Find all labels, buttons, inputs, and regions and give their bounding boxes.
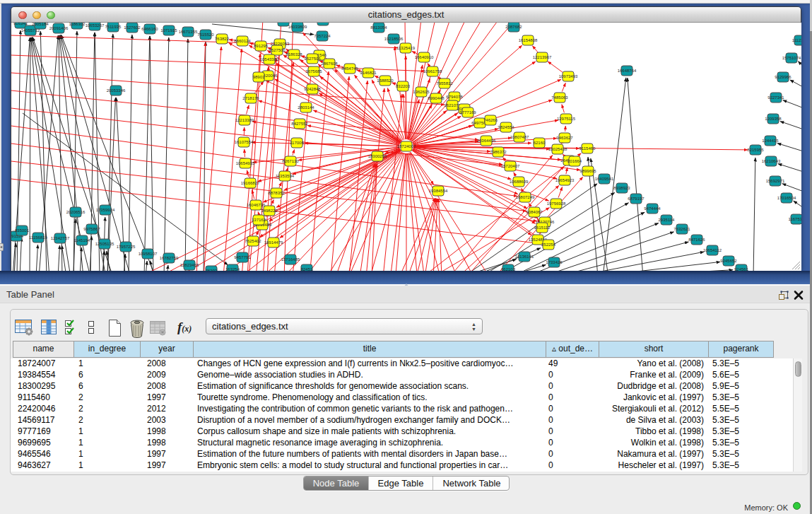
svg-text:9527505: 9527505 <box>304 57 321 61</box>
svg-text:15716485: 15716485 <box>281 257 300 262</box>
svg-text:17957225: 17957225 <box>117 245 136 249</box>
svg-text:18724007: 18724007 <box>397 144 416 148</box>
svg-text:10654935: 10654935 <box>236 161 255 165</box>
svg-text:137162: 137162 <box>252 218 266 222</box>
svg-text:1615112: 1615112 <box>534 226 551 230</box>
svg-text:15692971: 15692971 <box>766 179 785 183</box>
svg-text:16154808: 16154808 <box>519 38 538 42</box>
svg-text:16671355: 16671355 <box>179 30 198 34</box>
svg-text:916342: 916342 <box>13 23 28 25</box>
svg-text:8215955: 8215955 <box>747 148 764 152</box>
svg-text:2718176: 2718176 <box>242 96 259 100</box>
svg-text:9227341: 9227341 <box>767 95 784 100</box>
svg-text:15720407: 15720407 <box>501 164 520 168</box>
svg-text:16033809: 16033809 <box>288 25 307 29</box>
svg-text:9457791: 9457791 <box>234 255 251 259</box>
svg-text:15751074: 15751074 <box>782 56 801 60</box>
svg-text:835001: 835001 <box>15 228 30 233</box>
svg-text:8813054: 8813054 <box>370 25 387 30</box>
svg-text:8471626: 8471626 <box>688 238 705 242</box>
svg-text:10653267: 10653267 <box>86 23 105 28</box>
svg-text:9899695: 9899695 <box>579 169 596 173</box>
svg-text:12213389: 12213389 <box>235 118 254 122</box>
svg-text:16782759: 16782759 <box>160 256 179 260</box>
svg-text:16136141: 16136141 <box>515 255 534 259</box>
svg-text:9245652: 9245652 <box>720 259 737 263</box>
svg-text:252254: 252254 <box>541 243 556 247</box>
svg-text:7955812: 7955812 <box>436 81 453 86</box>
svg-text:2803144: 2803144 <box>298 105 314 110</box>
svg-text:832203: 832203 <box>396 84 411 88</box>
svg-text:8454749: 8454749 <box>341 66 358 71</box>
svg-text:1733426: 1733426 <box>546 260 563 264</box>
svg-text:17359924: 17359924 <box>96 208 115 212</box>
svg-text:7511935: 7511935 <box>105 25 122 29</box>
svg-text:11325419: 11325419 <box>396 46 416 50</box>
svg-text:7625402: 7625402 <box>245 239 261 243</box>
svg-text:7515520: 7515520 <box>197 33 214 37</box>
svg-text:3824554: 3824554 <box>498 125 514 129</box>
svg-text:6794078: 6794078 <box>446 95 463 99</box>
svg-text:18300295: 18300295 <box>368 154 387 158</box>
svg-text:9129966: 9129966 <box>775 75 792 79</box>
svg-text:6466160: 6466160 <box>141 27 158 31</box>
svg-text:20206516: 20206516 <box>66 210 86 214</box>
svg-text:12505135: 12505135 <box>95 242 114 246</box>
svg-text:12213967: 12213967 <box>533 55 552 59</box>
svg-text:201664: 201664 <box>567 159 582 163</box>
svg-text:98901: 98901 <box>253 75 265 79</box>
svg-text:1704118: 1704118 <box>276 23 293 23</box>
svg-text:16640910: 16640910 <box>415 55 434 59</box>
svg-text:19166827: 19166827 <box>241 181 260 185</box>
svg-text:1527602: 1527602 <box>124 25 141 30</box>
svg-text:7632621: 7632621 <box>673 227 690 231</box>
svg-text:12975115: 12975115 <box>557 117 576 121</box>
svg-text:763822: 763822 <box>215 37 230 41</box>
svg-text:19218506: 19218506 <box>384 37 404 41</box>
svg-text:9975867: 9975867 <box>83 227 100 231</box>
svg-text:6879197: 6879197 <box>628 197 645 201</box>
svg-text:11156819: 11156819 <box>29 235 47 240</box>
svg-text:7986372: 7986372 <box>490 150 507 154</box>
svg-text:10958107: 10958107 <box>139 252 158 256</box>
svg-text:9474444: 9474444 <box>644 206 661 211</box>
svg-text:2867608: 2867608 <box>321 62 338 66</box>
svg-text:62160: 62160 <box>534 141 546 145</box>
svg-text:16046736: 16046736 <box>247 203 266 207</box>
svg-text:20091406: 20091406 <box>49 26 69 30</box>
svg-text:12342757: 12342757 <box>51 236 70 240</box>
svg-text:1362615: 1362615 <box>413 90 430 94</box>
svg-text:9527500: 9527500 <box>269 48 286 52</box>
svg-text:1112384: 1112384 <box>792 38 801 42</box>
svg-text:8660124: 8660124 <box>234 39 251 43</box>
svg-text:8427552: 8427552 <box>291 122 308 126</box>
svg-text:1167533: 1167533 <box>789 217 801 221</box>
svg-text:7357224: 7357224 <box>314 34 331 38</box>
svg-text:20053346: 20053346 <box>107 88 126 93</box>
svg-text:117006: 117006 <box>290 141 304 145</box>
svg-text:10543382: 10543382 <box>260 57 279 62</box>
svg-text:9084067: 9084067 <box>526 210 543 214</box>
svg-text:16807249: 16807249 <box>516 195 535 199</box>
svg-text:9242848: 9242848 <box>304 87 321 91</box>
svg-text:9115460: 9115460 <box>579 146 596 151</box>
svg-text:9777169: 9777169 <box>459 110 476 115</box>
svg-text:1209358: 1209358 <box>765 117 782 121</box>
svg-text:8878352: 8878352 <box>268 191 285 195</box>
svg-text:8186328: 8186328 <box>286 52 302 57</box>
svg-text:3675685: 3675685 <box>305 69 322 74</box>
svg-text:10973493: 10973493 <box>559 74 578 78</box>
svg-text:20364436: 20364436 <box>477 139 496 143</box>
svg-text:2087682: 2087682 <box>505 25 522 29</box>
svg-text:3498222: 3498222 <box>261 209 278 213</box>
svg-text:8267130: 8267130 <box>282 159 299 163</box>
svg-text:746266: 746266 <box>483 118 498 122</box>
svg-text:1588520: 1588520 <box>377 78 394 83</box>
svg-text:16648764: 16648764 <box>618 69 637 73</box>
svg-text:891295: 891295 <box>254 44 269 48</box>
svg-text:8990448: 8990448 <box>428 96 445 100</box>
svg-text:10025438: 10025438 <box>548 147 567 151</box>
svg-text:11353594: 11353594 <box>276 174 295 178</box>
svg-text:2935114: 2935114 <box>659 218 676 222</box>
svg-text:10688609: 10688609 <box>510 180 529 184</box>
